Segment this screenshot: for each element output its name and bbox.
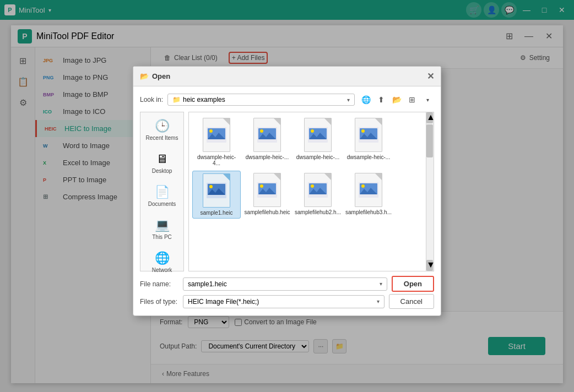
svg-point-11 <box>311 129 314 133</box>
shortcut-recent[interactable]: 🕒 Recent Items <box>143 117 181 143</box>
file-page-6 <box>253 173 281 207</box>
look-in-folder: 📁 heic examples <box>172 96 225 104</box>
file-name-7: samplefilehub2.h... <box>295 209 341 215</box>
look-in-select[interactable]: 📁 heic examples ▾ <box>167 94 355 106</box>
file-item-7[interactable]: samplefilehub2.h... <box>294 171 342 219</box>
open-button[interactable]: Open <box>392 276 434 292</box>
image-thumb-1 <box>207 127 226 143</box>
file-item-2[interactable]: dwsample-heic-... <box>243 116 291 168</box>
shortcut-documents[interactable]: 📄 Documents <box>143 183 181 209</box>
file-item-5-selected[interactable]: sample1.heic <box>192 171 241 219</box>
file-type-value: HEIC Image File(*.heic;) <box>188 298 259 306</box>
file-name-2: dwsample-heic-... <box>246 154 289 160</box>
files-grid: dwsample-heic-4... <box>189 112 426 271</box>
look-in-label: Look in: <box>140 96 163 104</box>
file-name-4: dwsample-heic-... <box>347 154 390 160</box>
file-fold-4 <box>375 118 382 125</box>
file-thumb-1 <box>201 118 232 153</box>
svg-point-31 <box>361 184 365 188</box>
dialog-overlay: 📂 Open ✕ Look in: 📁 heic examples ▾ 🌐 <box>0 0 574 392</box>
scroll-track: ▲ ▼ <box>426 112 434 271</box>
open-dialog: 📂 Open ✕ Look in: 📁 heic examples ▾ 🌐 <box>133 66 441 316</box>
file-item-6[interactable]: samplefilehub.heic <box>243 171 291 219</box>
look-in-dropdown-icon: ▾ <box>347 97 350 103</box>
dialog-icon: 📂 <box>140 72 149 80</box>
file-fold-3 <box>324 118 331 125</box>
file-type-label: Files of type: <box>140 298 178 306</box>
dialog-close-button[interactable]: ✕ <box>427 71 434 81</box>
cancel-button[interactable]: Cancel <box>389 294 434 309</box>
file-thumb-5 <box>201 173 232 209</box>
shortcuts-panel: 🕒 Recent Items 🖥 Desktop 📄 Documents 💻 T… <box>140 112 184 271</box>
file-item-3[interactable]: dwsample-heic-... <box>294 116 342 168</box>
file-name-input[interactable]: sample1.heic ▾ <box>183 277 387 291</box>
look-in-actions: 🌐 ⬆ 📂 ⊞ ▾ <box>359 93 434 106</box>
file-item-8[interactable]: samplefilehub3.h... <box>344 171 393 219</box>
look-in-up-icon[interactable]: ⬆ <box>375 93 388 106</box>
dialog-body: Look in: 📁 heic examples ▾ 🌐 ⬆ 📂 ⊞ ▾ <box>133 86 441 315</box>
image-thumb-5 <box>207 183 226 198</box>
file-page-1 <box>203 118 230 152</box>
file-page-7 <box>304 173 332 207</box>
recent-label: Recent Items <box>146 135 178 141</box>
file-fold-1 <box>223 118 230 125</box>
svg-point-27 <box>311 184 314 188</box>
network-icon: 🌐 <box>155 251 170 265</box>
file-type-row: Files of type: HEIC Image File(*.heic;) … <box>140 294 434 309</box>
files-row-2: sample1.heic <box>192 171 423 219</box>
file-fold-2 <box>274 118 280 125</box>
file-fold-7 <box>324 173 331 180</box>
look-in-web-icon[interactable]: 🌐 <box>359 93 372 106</box>
desktop-icon: 🖥 <box>156 152 168 166</box>
svg-point-3 <box>209 129 213 133</box>
look-in-view-dropdown[interactable]: ▾ <box>421 93 434 106</box>
look-in-new-folder-icon[interactable]: 📂 <box>390 93 403 106</box>
file-thumb-8 <box>353 173 384 208</box>
dialog-title-bar: 📂 Open ✕ <box>133 67 441 86</box>
look-in-view-icon[interactable]: ⊞ <box>405 93 419 106</box>
image-thumb-8 <box>359 182 378 198</box>
file-name-8: samplefilehub3.h... <box>345 209 392 215</box>
file-item-1[interactable]: dwsample-heic-4... <box>192 116 241 168</box>
file-thumb-2 <box>252 118 283 153</box>
scroll-up-arrow[interactable]: ▲ <box>426 112 433 123</box>
file-fold-5 <box>223 174 230 181</box>
folder-icon: 📁 <box>172 96 181 104</box>
svg-point-23 <box>260 184 263 188</box>
scroll-down-arrow[interactable]: ▼ <box>426 260 433 271</box>
file-page-2 <box>253 118 281 152</box>
shortcut-this-pc[interactable]: 💻 This PC <box>143 216 181 242</box>
this-pc-label: This PC <box>152 234 172 240</box>
file-type-chevron: ▾ <box>377 298 380 304</box>
shortcut-desktop[interactable]: 🖥 Desktop <box>143 150 181 176</box>
file-page-3 <box>304 118 332 152</box>
file-fold-8 <box>375 173 382 180</box>
file-name-1: dwsample-heic-4... <box>194 154 239 166</box>
file-type-select[interactable]: HEIC Image File(*.heic;) ▾ <box>183 295 385 308</box>
look-in-bar: Look in: 📁 heic examples ▾ 🌐 ⬆ 📂 ⊞ ▾ <box>140 93 434 106</box>
files-row-1: dwsample-heic-4... <box>192 116 423 168</box>
image-thumb-7 <box>308 182 328 198</box>
network-label: Network <box>152 267 172 273</box>
shortcut-network[interactable]: 🌐 Network <box>143 249 181 275</box>
file-name-chevron: ▾ <box>380 281 382 287</box>
file-item-4[interactable]: dwsample-heic-... <box>344 116 393 168</box>
desktop-label: Desktop <box>152 168 172 174</box>
scroll-thumb[interactable] <box>426 124 433 157</box>
image-thumb-6 <box>257 182 277 198</box>
image-thumb-3 <box>308 127 328 143</box>
file-page-8 <box>355 173 382 207</box>
file-thumb-7 <box>302 173 333 208</box>
file-thumb-6 <box>252 173 283 208</box>
file-name-6: samplefilehub.heic <box>245 209 290 215</box>
dialog-title-left: 📂 Open <box>140 72 170 80</box>
svg-point-19 <box>209 185 213 188</box>
svg-point-15 <box>361 129 365 133</box>
file-browser: 🕒 Recent Items 🖥 Desktop 📄 Documents 💻 T… <box>140 112 434 271</box>
file-name-3: dwsample-heic-... <box>296 154 339 160</box>
file-name-value: sample1.heic <box>188 280 227 288</box>
documents-label: Documents <box>148 201 176 207</box>
file-thumb-3 <box>302 118 333 153</box>
file-page-4 <box>355 118 382 152</box>
this-pc-icon: 💻 <box>155 218 170 232</box>
